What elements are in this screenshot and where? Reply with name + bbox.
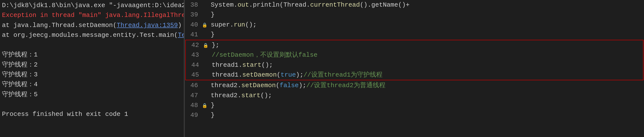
- console-output: D:\jdk8\jdk1.8\bin\java.exe "-javaagent:…: [0, 0, 184, 119]
- code-row-48: 48 🔒 }: [185, 100, 644, 110]
- console-output-4: 守护线程：4: [0, 80, 184, 89]
- gutter-48: 🔒: [202, 100, 209, 110]
- line-number-47: 47: [185, 91, 202, 100]
- console-finished: Process finished with exit code 1: [0, 109, 184, 119]
- gutter-38: [202, 0, 209, 10]
- gutter-47: [202, 91, 209, 100]
- code-content-40: super.run();: [209, 20, 644, 30]
- gutter-49: [202, 110, 209, 120]
- console-blank-1: [0, 40, 184, 50]
- code-content-43: //setDaemon，不设置则默认false: [210, 50, 643, 60]
- line-number-46: 46: [185, 81, 202, 90]
- line-number-44: 44: [186, 60, 203, 70]
- exception-text: Exception in thread "main" java.lang.Ill…: [2, 12, 184, 19]
- code-content-46: thread2.setDaemon(false);//设置thread2为普通线…: [209, 81, 644, 90]
- code-content-39: }: [209, 10, 644, 20]
- line-number-39: 39: [185, 10, 202, 20]
- gutter-42: 🔒: [203, 40, 210, 50]
- gutter-43: [203, 50, 210, 60]
- console-line-stack2: at org.jeecg.modules.message.entity.Test…: [0, 30, 184, 40]
- line-number-40: 40: [185, 20, 202, 30]
- gutter-lock-icon-40: 🔒: [202, 23, 207, 28]
- gutter-41: [202, 30, 209, 40]
- console-line-stack1: at java.lang.Thread.setDaemon(Thread.jav…: [0, 20, 184, 30]
- code-row-49: 49 }: [185, 110, 644, 120]
- code-content-41: }: [209, 30, 644, 40]
- code-content-38: System.out.println(Thread.currentThread(…: [209, 0, 644, 10]
- stack-link-1[interactable]: Thread.java:1359: [117, 22, 178, 29]
- line-number-42: 42: [186, 40, 203, 50]
- gutter-lock-icon-42: 🔒: [203, 43, 208, 48]
- with-text: with: [67, 110, 82, 118]
- console-output-1: 守护线程：1: [0, 50, 184, 60]
- console-blank-2: [0, 99, 184, 109]
- code-row-42: 42 🔒 };: [186, 40, 643, 50]
- console-line-cmd: D:\jdk8\jdk1.8\bin\java.exe "-javaagent:…: [0, 1, 184, 10]
- code-row-47: 47 thread2.start();: [185, 91, 644, 100]
- gutter-39: [202, 10, 209, 20]
- code-content-47: thread2.start();: [209, 91, 644, 100]
- code-content-44: thread1.start();: [210, 60, 643, 70]
- line-number-45: 45: [186, 70, 203, 80]
- code-row-38: 38 System.out.println(Thread.currentThre…: [185, 0, 644, 10]
- code-panel: 38 System.out.println(Thread.currentThre…: [185, 0, 644, 137]
- code-row-46: 46 thread2.setDaemon(false);//设置thread2为…: [185, 81, 644, 90]
- line-number-41: 41: [185, 30, 202, 40]
- gutter-lock-icon-48: 🔒: [202, 103, 207, 108]
- code-content-42: };: [210, 40, 643, 50]
- stack-link-2[interactable]: Test.java:45: [178, 31, 184, 39]
- code-row-45: 45 thread1.setDaemon(true);//设置thread1为守…: [186, 70, 643, 80]
- console-output-3: 守护线程：3: [0, 70, 184, 80]
- code-editor[interactable]: 38 System.out.println(Thread.currentThre…: [185, 0, 644, 137]
- gutter-40: 🔒: [202, 20, 209, 30]
- line-number-38: 38: [185, 0, 202, 10]
- code-content-49: }: [209, 110, 644, 120]
- code-content-45: thread1.setDaemon(true);//设置thread1为守护线程: [210, 70, 643, 80]
- code-row-41: 41 }: [185, 30, 644, 40]
- code-row-44: 44 thread1.start();: [186, 60, 643, 70]
- line-number-49: 49: [185, 110, 202, 120]
- highlight-block: 42 🔒 }; 43 //setDaemon，不设置则默认false 44: [185, 40, 644, 80]
- gutter-44: [203, 60, 210, 70]
- gutter-46: [202, 81, 209, 90]
- code-row-39: 39 }: [185, 10, 644, 20]
- code-content-48: }: [209, 100, 644, 110]
- console-line-exception: Exception in thread "main" java.lang.Ill…: [0, 10, 184, 20]
- line-number-43: 43: [186, 50, 203, 60]
- code-row-43: 43 //setDaemon，不设置则默认false: [186, 50, 643, 60]
- code-row-40: 40 🔒 super.run();: [185, 20, 644, 30]
- console-panel: D:\jdk8\jdk1.8\bin\java.exe "-javaagent:…: [0, 0, 184, 137]
- line-number-48: 48: [185, 100, 202, 110]
- console-output-5: 守护线程：5: [0, 90, 184, 99]
- console-output-2: 守护线程：2: [0, 60, 184, 70]
- gutter-45: [203, 70, 210, 80]
- cmd-text: D:\jdk8\jdk1.8\bin\java.exe "-javaagent:…: [2, 2, 184, 9]
